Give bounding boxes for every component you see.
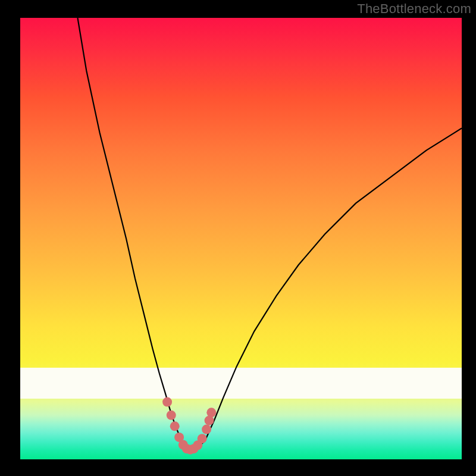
highlight-marker: [206, 408, 216, 417]
curve-svg: [20, 18, 462, 459]
plot-area: [20, 18, 462, 459]
marker-group: [162, 397, 216, 455]
bottleneck-curve-path: [77, 18, 462, 450]
chart-frame: TheBottleneck.com: [0, 0, 476, 476]
highlight-marker: [170, 421, 180, 431]
watermark-text: TheBottleneck.com: [357, 1, 471, 17]
highlight-marker: [202, 425, 211, 434]
highlight-marker: [167, 411, 176, 420]
highlight-marker: [198, 434, 207, 443]
highlight-marker: [162, 397, 172, 407]
